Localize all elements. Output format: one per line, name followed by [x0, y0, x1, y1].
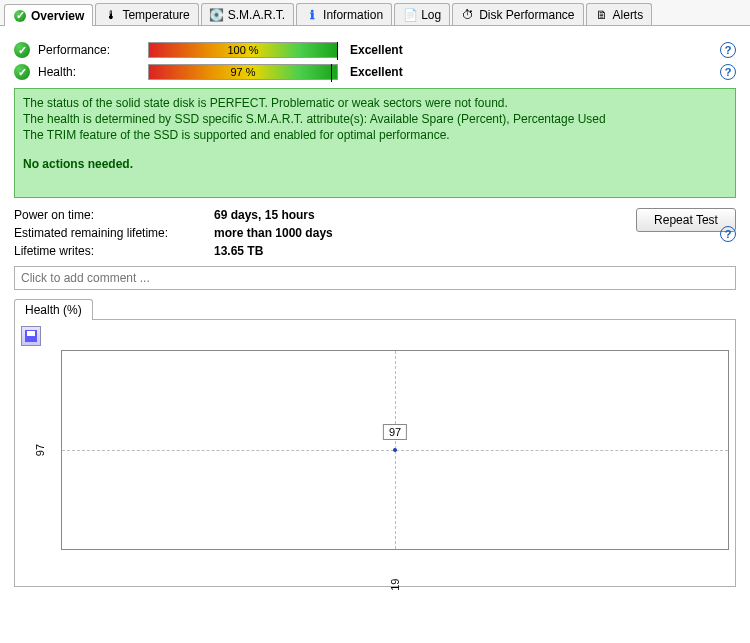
comment-input[interactable] — [14, 266, 736, 290]
performance-label: Performance: — [38, 43, 148, 57]
x-axis-tick: 8/30/2019 — [389, 579, 401, 591]
save-chart-button[interactable] — [21, 326, 41, 346]
info-grid: Power on time: 69 days, 15 hours Repeat … — [14, 208, 736, 258]
health-status: Excellent — [350, 65, 403, 79]
main-tabs: Overview 🌡 Temperature 💽 S.M.A.R.T. ℹ In… — [0, 0, 750, 26]
help-icon[interactable]: ? — [720, 226, 736, 242]
drive-icon: 💽 — [210, 8, 224, 22]
remaining-label: Estimated remaining lifetime: — [14, 226, 214, 240]
tab-label: S.M.A.R.T. — [228, 8, 285, 22]
check-icon — [14, 42, 30, 58]
performance-row: Performance: 100 % Excellent ? — [14, 42, 736, 58]
tab-label: Temperature — [122, 8, 189, 22]
chart-container: 97 97 8/30/2019 — [14, 320, 736, 587]
tab-temperature[interactable]: 🌡 Temperature — [95, 3, 198, 25]
tab-label: Information — [323, 8, 383, 22]
check-circle-icon — [13, 9, 27, 23]
tab-disk-performance[interactable]: ⏱ Disk Performance — [452, 3, 583, 25]
gauge-icon: ⏱ — [461, 8, 475, 22]
help-icon[interactable]: ? — [720, 42, 736, 58]
status-box: The status of the solid state disk is PE… — [14, 88, 736, 198]
tab-log[interactable]: 📄 Log — [394, 3, 450, 25]
info-icon: ℹ — [305, 8, 319, 22]
overview-panel: Performance: 100 % Excellent ? Health: 9… — [0, 26, 750, 591]
help-icon[interactable]: ? — [720, 64, 736, 80]
performance-value: 100 % — [149, 44, 337, 56]
thermometer-icon: 🌡 — [104, 8, 118, 22]
tab-label: Alerts — [613, 8, 644, 22]
y-axis-tick: 97 — [34, 444, 46, 456]
floppy-icon — [25, 330, 37, 342]
chart-tabs: Health (%) — [14, 298, 736, 320]
tab-alerts[interactable]: 🗎 Alerts — [586, 3, 653, 25]
tab-overview[interactable]: Overview — [4, 4, 93, 26]
health-value: 97 % — [149, 66, 337, 78]
tab-label: Disk Performance — [479, 8, 574, 22]
remaining-value: more than 1000 days — [214, 226, 333, 240]
status-line: The status of the solid state disk is PE… — [23, 95, 727, 111]
power-on-value: 69 days, 15 hours — [214, 208, 333, 222]
tab-label: Log — [421, 8, 441, 22]
performance-gauge: 100 % — [148, 42, 338, 58]
chart-point — [393, 448, 397, 452]
chart-point-label: 97 — [383, 424, 407, 440]
power-on-label: Power on time: — [14, 208, 214, 222]
check-icon — [14, 64, 30, 80]
health-row: Health: 97 % Excellent ? — [14, 64, 736, 80]
status-line: The health is determined by SSD specific… — [23, 111, 727, 127]
health-gauge: 97 % — [148, 64, 338, 80]
tab-label: Overview — [31, 9, 84, 23]
log-icon: 📄 — [403, 8, 417, 22]
tab-smart[interactable]: 💽 S.M.A.R.T. — [201, 3, 294, 25]
chart-tab-health[interactable]: Health (%) — [14, 299, 93, 320]
tab-information[interactable]: ℹ Information — [296, 3, 392, 25]
status-actions: No actions needed. — [23, 156, 727, 172]
writes-value: 13.65 TB — [214, 244, 333, 258]
performance-status: Excellent — [350, 43, 403, 57]
health-chart: 97 97 8/30/2019 — [61, 350, 729, 550]
status-line: The TRIM feature of the SSD is supported… — [23, 127, 727, 143]
writes-label: Lifetime writes: — [14, 244, 214, 258]
alerts-icon: 🗎 — [595, 8, 609, 22]
health-label: Health: — [38, 65, 148, 79]
